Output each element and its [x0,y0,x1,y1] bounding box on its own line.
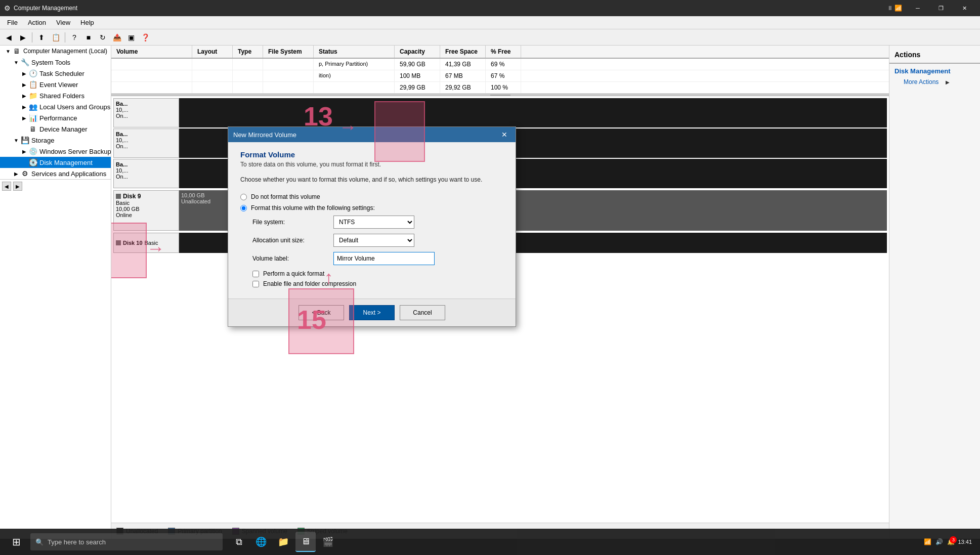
menu-view[interactable]: View [51,17,75,28]
search-bar[interactable]: 🔍 Type here to search [30,533,223,550]
window-title: Computer Management [14,5,887,12]
next-button[interactable]: Next > [349,305,395,320]
forward-button[interactable]: ▶ [16,31,29,44]
taskview-button[interactable]: ⧉ [229,532,249,552]
col-pctfree[interactable]: % Free [486,46,521,58]
sidebar-services-label: Services and Applications [31,170,106,178]
expand-system-tools[interactable]: ▼ [12,60,20,65]
sidebar: ▼ 🖥 Computer Management (Local) ▼ 🔧 Syst… [0,46,111,539]
sidebar-device-manager[interactable]: 🖥 Device Manager [0,123,111,135]
table-row[interactable]: p, Primary Partition) 59,90 GB 41,39 GB … [111,59,889,70]
expand-storage[interactable]: ▼ [12,138,20,143]
media-button[interactable]: 🎬 [318,532,338,552]
actions-panel: Actions Disk Management More Actions ▶ [889,46,980,539]
expand-task-scheduler[interactable]: ▶ [20,71,28,76]
expand-shared-folders[interactable]: ▶ [20,93,28,99]
radio-no-format[interactable] [240,194,247,200]
radio-no-format-label: Do not format this volume [251,193,320,200]
dialog-titlebar: New Mirrored Volume ✕ [228,127,516,142]
sidebar-task-scheduler[interactable]: ▶ 🕐 Task Scheduler [0,68,111,79]
minimize-button[interactable]: ─ [906,0,929,16]
col-capacity[interactable]: Capacity [395,46,440,58]
sidebar-task-scheduler-label: Task Scheduler [39,70,84,77]
up-button[interactable]: ⬆ [35,31,48,44]
notification-badge: 3 [950,536,957,543]
table-row[interactable]: ition) 100 MB 67 MB 67 % [111,70,889,82]
notification-icon[interactable]: 🔔 3 [947,538,955,545]
col-status[interactable]: Status [314,46,395,58]
explorer-button[interactable]: 📁 [273,532,293,552]
properties-button[interactable]: ▣ [124,31,138,44]
export-button[interactable]: 📤 [110,31,123,44]
network-icon: 📶 [924,538,931,545]
more-actions-row: More Actions ▶ [889,76,980,88]
volume-label-input[interactable] [333,252,435,265]
sidebar-scroll-right[interactable]: ▶ [13,182,22,191]
sidebar-services[interactable]: ▶ ⚙ Services and Applications [0,168,111,179]
cancel-button[interactable]: Cancel [400,305,445,320]
sidebar-storage[interactable]: ▼ 💾 Storage [0,135,111,146]
content-right-wrapper: Volume Layout Type File System Status Ca… [111,46,980,539]
task-scheduler-icon: 🕐 [28,69,37,78]
expand-windows-backup[interactable]: ▶ [20,149,28,154]
expand-root[interactable]: ▼ [4,49,12,54]
app-icon: ⚙ [4,4,11,12]
taskbar-app-icons: ⧉ 🌐 📁 🖥 🎬 [229,532,338,552]
alloc-unit-row: Allocation unit size: Default 512 1024 [240,234,503,247]
help-button[interactable]: ? [68,31,81,44]
col-layout[interactable]: Layout [192,46,233,58]
back-button[interactable]: < Back [299,305,344,320]
content-area: Volume Layout Type File System Status Ca… [111,46,889,539]
sidebar-root[interactable]: ▼ 🖥 Computer Management (Local) [0,46,111,57]
sidebar-shared-folders-label: Shared Folders [39,92,84,100]
close-button[interactable]: ✕ [953,0,976,16]
table-row[interactable]: 29,99 GB 29,92 GB 100 % [111,82,889,94]
cell-layout-3 [192,82,233,93]
start-button[interactable]: ⊞ [4,530,28,554]
sidebar-event-viewer[interactable]: ▶ 📋 Event Viewer [0,79,111,90]
col-filesystem[interactable]: File System [263,46,314,58]
compression-checkbox[interactable] [252,281,259,287]
help2-button[interactable]: ❓ [139,31,152,44]
refresh-button[interactable]: ↻ [96,31,109,44]
cell-cap-2: 100 MB [395,70,440,81]
col-freespace[interactable]: Free Space [440,46,486,58]
sidebar-disk-management[interactable]: 💽 Disk Management [0,157,111,168]
col-type[interactable]: Type [233,46,263,58]
sidebar-scroll-left[interactable]: ◀ [2,182,11,191]
menu-file[interactable]: File [2,17,23,28]
computer-mgmt-button[interactable]: 🖥 [295,532,316,552]
time-display: 13:41 [958,539,972,545]
dialog-title: New Mirrored Volume [233,131,498,139]
sidebar-local-users-label: Local Users and Groups [39,103,110,111]
radio-do-format[interactable] [240,205,247,211]
expand-local-users[interactable]: ▶ [20,104,28,110]
file-system-select[interactable]: NTFS FAT32 exFAT [333,216,414,229]
dialog-close-button[interactable]: ✕ [498,129,510,141]
clock[interactable]: 13:41 [958,539,972,545]
sidebar-local-users[interactable]: ▶ 👥 Local Users and Groups [0,101,111,112]
show-hide-button[interactable]: 📋 [49,31,62,44]
restore-button[interactable]: ❐ [929,0,953,16]
sidebar-system-tools[interactable]: ▼ 🔧 System Tools [0,57,111,68]
quick-format-checkbox[interactable] [252,271,259,277]
expand-event-viewer[interactable]: ▶ [20,82,28,88]
alloc-unit-select[interactable]: Default 512 1024 [333,234,414,247]
edge-button[interactable]: 🌐 [251,532,271,552]
expand-performance[interactable]: ▶ [20,115,28,121]
stop-button[interactable]: ■ [82,31,95,44]
menu-help[interactable]: Help [75,17,99,28]
back-button[interactable]: ◀ [2,31,15,44]
cell-free-1: 41,39 GB [440,59,486,70]
sidebar-performance[interactable]: ▶ 📊 Performance [0,112,111,123]
main-container: ▼ 🖥 Computer Management (Local) ▼ 🔧 Syst… [0,46,980,539]
menu-action[interactable]: Action [23,17,51,28]
more-actions-link[interactable]: More Actions [897,77,946,87]
cell-pct-2: 67 % [486,70,521,81]
disk-management-link[interactable]: Disk Management [889,66,980,76]
col-volume[interactable]: Volume [111,46,192,58]
sidebar-shared-folders[interactable]: ▶ 📁 Shared Folders [0,90,111,101]
sidebar-windows-backup[interactable]: ▶ 💿 Windows Server Backup [0,146,111,157]
expand-services[interactable]: ▶ [12,171,20,177]
quick-format-label: Perform a quick format [263,270,324,277]
